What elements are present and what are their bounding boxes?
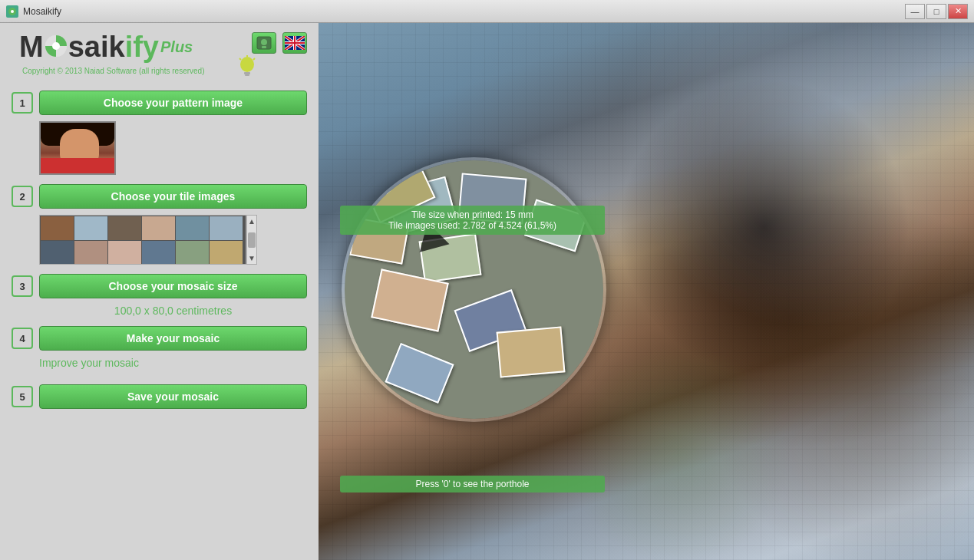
bulb-icon: [238, 55, 256, 83]
step-1-button[interactable]: Choose your pattern image: [39, 91, 307, 115]
svg-rect-5: [244, 72, 250, 74]
tile-thumb: [176, 216, 209, 240]
step-2-number: 2: [12, 186, 33, 207]
step-2-button[interactable]: Choose your tile images: [39, 184, 307, 209]
tile-thumb: [142, 241, 175, 265]
step-1-number: 1: [12, 92, 33, 114]
tile-thumb: [176, 241, 209, 265]
step-5-row: 5 Save your mosaic: [12, 384, 307, 409]
logo-saik: saik: [68, 31, 125, 64]
step-5-button[interactable]: Save your mosaic: [39, 384, 307, 409]
svg-point-4: [240, 57, 254, 72]
main-container: M saik ify Plus Copyright © 2013 Naiad S…: [0, 23, 974, 560]
svg-rect-12: [262, 46, 266, 48]
app-icon: [6, 5, 18, 18]
tile-thumb: [74, 216, 107, 240]
tile-thumb: [210, 216, 243, 240]
minimize-button[interactable]: —: [905, 4, 925, 19]
porthole-hint: Press '0' to see the porthole: [340, 476, 605, 492]
step-3-number: 3: [12, 275, 33, 297]
help-icon-button[interactable]: [252, 32, 276, 54]
svg-point-3: [52, 42, 60, 50]
tile-thumb: [74, 241, 107, 265]
step-1-row: 1 Choose your pattern image: [12, 91, 307, 115]
language-icon-button[interactable]: [282, 32, 307, 54]
tile-thumb: [108, 241, 141, 265]
pattern-thumb-container: [39, 121, 307, 175]
svg-rect-6: [245, 74, 249, 76]
tile-thumb: [142, 216, 175, 240]
step-2-row: 2 Choose your tile images: [12, 184, 307, 209]
window-title: Mosaikify: [23, 6, 61, 17]
tile-thumb: [210, 241, 243, 265]
step-3-row: 3 Choose your mosaic size: [12, 274, 307, 298]
copyright-text: Copyright © 2013 Naiad Software (all rig…: [22, 67, 307, 75]
pattern-thumbnail[interactable]: [39, 121, 116, 175]
logo-plus: Plus: [160, 38, 193, 56]
close-button[interactable]: ✕: [948, 4, 968, 19]
tile-thumb: [108, 216, 141, 240]
right-panel[interactable]: Tile size when printed: 15 mm Tile image…: [319, 23, 974, 560]
tile-thumb: [41, 216, 74, 240]
mosaic-size-text: 100,0 x 80,0 centimetres: [39, 305, 307, 317]
svg-rect-21: [285, 42, 305, 44]
porthole-overlay: [342, 157, 606, 422]
logo-m: M: [19, 31, 44, 64]
tile-scrollbar[interactable]: ▲ ▼: [246, 215, 257, 265]
logo-circle-icon: [45, 35, 68, 58]
improve-mosaic-link[interactable]: Improve your mosaic: [39, 357, 307, 369]
step-4-button[interactable]: Make your mosaic: [39, 326, 307, 351]
svg-line-8: [253, 58, 255, 60]
svg-point-11: [261, 39, 267, 45]
step-3-button[interactable]: Choose your mosaic size: [39, 274, 307, 298]
left-panel: M saik ify Plus Copyright © 2013 Naiad S…: [0, 23, 319, 560]
titlebar-controls: — □ ✕: [905, 4, 968, 19]
titlebar: Mosaikify — □ ✕: [0, 0, 974, 23]
tile-images-container: ▲ ▼: [39, 215, 307, 265]
svg-line-9: [239, 58, 241, 60]
top-right-icons: [252, 32, 307, 54]
maximize-button[interactable]: □: [926, 4, 946, 19]
logo-ify: ify: [125, 31, 159, 64]
step-4-number: 4: [12, 328, 33, 349]
titlebar-left: Mosaikify: [6, 5, 61, 18]
tile-thumb: [41, 241, 74, 265]
step-4-row: 4 Make your mosaic: [12, 326, 307, 351]
svg-point-1: [11, 10, 14, 13]
tile-grid: [39, 215, 246, 265]
step-5-number: 5: [12, 386, 33, 407]
